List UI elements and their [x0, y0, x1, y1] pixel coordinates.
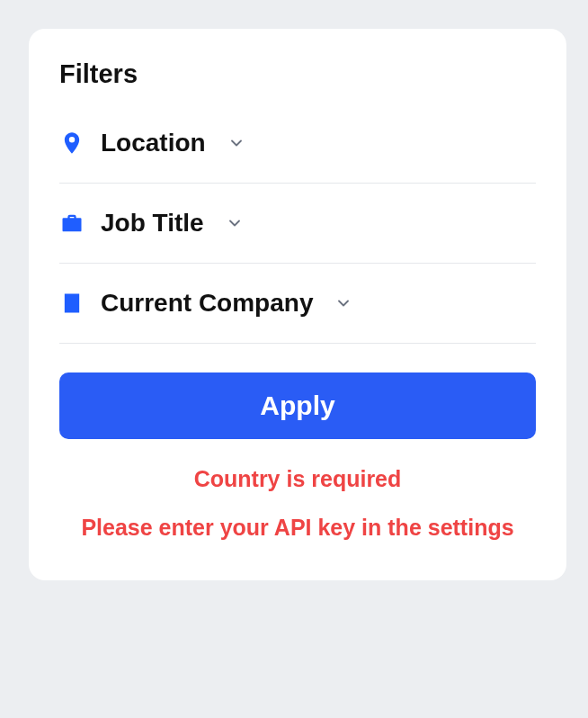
filter-current-company[interactable]: Current Company: [59, 264, 536, 344]
error-api-key-missing: Please enter your API key in the setting…: [59, 511, 536, 543]
filter-job-title[interactable]: Job Title: [59, 184, 536, 264]
building-icon: [59, 291, 85, 316]
chevron-down-icon: [227, 134, 245, 152]
filter-current-company-label: Current Company: [101, 289, 313, 318]
filters-card: Filters Location Job Title: [29, 29, 566, 580]
filter-location[interactable]: Location: [59, 109, 536, 184]
briefcase-icon: [59, 211, 85, 236]
filter-job-title-label: Job Title: [101, 209, 204, 238]
error-country-required: Country is required: [59, 462, 536, 495]
location-pin-icon: [59, 130, 85, 156]
chevron-down-icon: [334, 294, 352, 312]
filters-title: Filters: [59, 59, 536, 89]
chevron-down-icon: [226, 214, 244, 232]
filter-location-label: Location: [101, 129, 206, 157]
apply-button[interactable]: Apply: [59, 372, 536, 439]
